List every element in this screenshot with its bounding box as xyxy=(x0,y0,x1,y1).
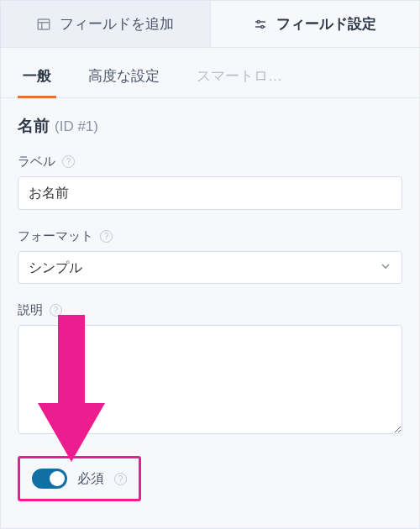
group-description: 説明 ? xyxy=(18,302,402,437)
format-select-wrap: シンプル xyxy=(18,251,402,284)
svg-rect-0 xyxy=(39,19,50,29)
tab-add-field-label: フィールドを追加 xyxy=(60,14,174,34)
label-row-label: ラベル ? xyxy=(18,154,402,170)
format-select[interactable]: シンプル xyxy=(18,251,402,284)
label-input[interactable] xyxy=(18,176,402,210)
required-toggle[interactable] xyxy=(32,469,67,489)
sub-tab-smart[interactable]: スマートロ… xyxy=(192,56,287,97)
svg-point-5 xyxy=(258,20,260,23)
required-toggle-row: 必須 ? xyxy=(27,462,132,495)
field-settings-panel: フィールドを追加 フィールド設定 一般 高度な設定 スマートロ… 名前 (ID … xyxy=(0,0,420,529)
annotation-highlight-box: 必須 ? xyxy=(18,456,141,501)
sub-tab-general[interactable]: 一般 xyxy=(18,56,56,97)
settings-content: 名前 (ID #1) ラベル ? フォーマット ? シンプル xyxy=(1,98,419,518)
sub-tab-bar: 一般 高度な設定 スマートロ… xyxy=(1,48,419,98)
layout-icon xyxy=(36,17,51,32)
top-tab-bar: フィールドを追加 フィールド設定 xyxy=(1,1,419,48)
help-icon[interactable]: ? xyxy=(100,230,113,243)
description-textarea[interactable] xyxy=(18,325,402,434)
help-icon[interactable]: ? xyxy=(50,304,62,317)
group-label: ラベル ? xyxy=(18,154,402,210)
field-id-text: (ID #1) xyxy=(55,118,98,135)
tab-field-settings-label: フィールド設定 xyxy=(276,14,376,34)
sliders-icon xyxy=(253,17,268,32)
help-icon[interactable]: ? xyxy=(114,473,127,485)
field-title-text: 名前 xyxy=(18,115,50,137)
help-icon[interactable]: ? xyxy=(62,155,75,168)
field-title-row: 名前 (ID #1) xyxy=(18,115,402,137)
label-row-description: 説明 ? xyxy=(18,302,402,318)
tab-field-settings[interactable]: フィールド設定 xyxy=(211,1,420,47)
label-text-format: フォーマット xyxy=(18,228,93,244)
label-text-label: ラベル xyxy=(18,154,55,170)
svg-point-6 xyxy=(261,25,264,28)
required-label: 必須 xyxy=(77,470,104,488)
group-format: フォーマット ? シンプル xyxy=(18,228,402,284)
sub-tab-advanced[interactable]: 高度な設定 xyxy=(83,56,165,97)
toggle-knob xyxy=(50,471,65,486)
label-row-format: フォーマット ? xyxy=(18,228,402,244)
label-text-description: 説明 xyxy=(18,302,43,318)
tab-add-field[interactable]: フィールドを追加 xyxy=(1,1,211,47)
